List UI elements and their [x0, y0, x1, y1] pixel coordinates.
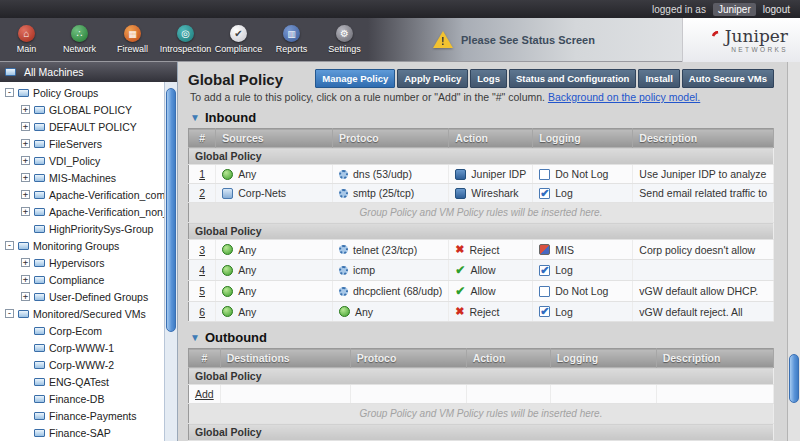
- protocol-label: dns (53/udp): [353, 168, 412, 180]
- col-logging: Logging: [533, 129, 633, 148]
- expander-icon[interactable]: +: [21, 105, 30, 114]
- tree-item[interactable]: Corp-Ecom: [0, 322, 163, 339]
- rule-number-link[interactable]: 6: [199, 306, 205, 318]
- tree-item[interactable]: -Monitoring Groups: [0, 237, 163, 254]
- nav-network[interactable]: Network: [53, 25, 106, 54]
- logging-label: Do Not Log: [555, 285, 608, 297]
- rule-number-link[interactable]: 2: [199, 187, 205, 199]
- logo-text: Juniper: [725, 28, 788, 45]
- tree-item[interactable]: +Compliance: [0, 271, 163, 288]
- expander-icon[interactable]: +: [21, 139, 30, 148]
- expander-icon[interactable]: +: [21, 275, 30, 284]
- tree-item[interactable]: HighPrioritySys-Group: [0, 220, 163, 237]
- policy-group-row: Global Policy: [189, 368, 774, 385]
- protocol-label: telnet (23/tcp): [353, 244, 417, 256]
- tree-item[interactable]: Finance-DB: [0, 390, 163, 407]
- nav-reports[interactable]: Reports: [265, 25, 318, 54]
- rule-number-link[interactable]: 3: [199, 244, 205, 256]
- tree-item[interactable]: Corp-WWW-2: [0, 356, 163, 373]
- tree-item[interactable]: +Apache-Verification_compliant: [0, 186, 163, 203]
- col-logging: Logging: [550, 349, 656, 368]
- expander-icon[interactable]: -: [5, 309, 14, 318]
- rule-number-link[interactable]: 5: [199, 285, 205, 297]
- rule-row: 5 Any dhcpclient (68/udp) Allow Do Not L…: [189, 281, 774, 302]
- tree-item[interactable]: Corp-WWW-1: [0, 339, 163, 356]
- nav-settings[interactable]: Settings: [318, 25, 371, 54]
- introspection-icon: [177, 25, 194, 42]
- nav-label: Firewall: [117, 44, 148, 54]
- logged-in-text: logged in as: [652, 4, 706, 15]
- add-rule-link[interactable]: Add: [195, 388, 214, 400]
- tree-item[interactable]: +User-Defined Groups: [0, 288, 163, 305]
- log-checkbox[interactable]: [539, 286, 550, 297]
- log-checkbox[interactable]: [539, 169, 550, 180]
- tree-item[interactable]: +DEFAULT POLICY: [0, 118, 163, 135]
- tree-item[interactable]: +MIS-Machines: [0, 169, 163, 186]
- tab-manage-policy[interactable]: Manage Policy: [315, 69, 395, 88]
- expander-icon[interactable]: +: [21, 122, 30, 131]
- group-icon: [18, 242, 29, 250]
- expander-icon[interactable]: +: [21, 156, 30, 165]
- tree-item[interactable]: +GLOBAL POLICY: [0, 101, 163, 118]
- insert-note-row: Group Policy and VM Policy rules will be…: [189, 404, 774, 424]
- tree-item[interactable]: Finance-SAP: [0, 424, 163, 441]
- policy-group-row: Global Policy: [189, 424, 774, 441]
- nav-compliance[interactable]: Compliance: [212, 25, 265, 54]
- main-nav: Main Network Firewall Introspection Comp…: [0, 18, 800, 62]
- tree-root-header[interactable]: All Machines: [0, 62, 177, 82]
- nav-introspection[interactable]: Introspection: [159, 25, 212, 54]
- tree-item[interactable]: ENG-QATest: [0, 373, 163, 390]
- log-checkbox[interactable]: [539, 265, 550, 276]
- expander-icon[interactable]: -: [5, 88, 14, 97]
- source-label: Any: [238, 168, 256, 180]
- nav-firewall[interactable]: Firewall: [106, 25, 159, 54]
- rule-number-link[interactable]: 1: [199, 168, 205, 180]
- tree-item[interactable]: +Apache-Verification_non_compliant: [0, 203, 163, 220]
- outbound-section-header[interactable]: Outbound: [190, 330, 774, 345]
- inbound-section-header[interactable]: Inbound: [190, 110, 774, 125]
- tree-root-label: All Machines: [24, 66, 84, 78]
- policy-model-link[interactable]: Background on the policy model.: [548, 91, 700, 103]
- expander-icon[interactable]: -: [5, 241, 14, 250]
- tree-item[interactable]: +VDI_Policy: [0, 152, 163, 169]
- sidebar-scrollbar-thumb[interactable]: [166, 88, 176, 332]
- rule-description: vGW default allow DHCP.: [633, 281, 774, 302]
- log-checkbox[interactable]: [539, 306, 550, 317]
- tab-install[interactable]: Install: [638, 69, 679, 88]
- tree-item[interactable]: +FileServers: [0, 135, 163, 152]
- expander-icon[interactable]: +: [21, 292, 30, 301]
- expander-icon[interactable]: +: [21, 207, 30, 216]
- logout-link[interactable]: logout: [763, 4, 790, 15]
- main-scrollbar[interactable]: [787, 62, 800, 441]
- log-checkbox[interactable]: [539, 188, 550, 199]
- tree-item[interactable]: -Policy Groups: [0, 84, 163, 101]
- main-scrollbar-thumb[interactable]: [789, 354, 799, 403]
- logging-label: Log: [555, 264, 573, 276]
- main-panel: Global Policy Manage Policy Apply Policy…: [178, 62, 800, 441]
- tree-item[interactable]: -Monitored/Secured VMs: [0, 305, 163, 322]
- tab-logs[interactable]: Logs: [470, 69, 507, 88]
- tab-auto-secure-vms[interactable]: Auto Secure VMs: [682, 69, 774, 88]
- tab-status-configuration[interactable]: Status and Configuration: [509, 69, 636, 88]
- tree-item[interactable]: +Hypervisors: [0, 254, 163, 271]
- tab-apply-policy[interactable]: Apply Policy: [397, 69, 468, 88]
- tree-item[interactable]: Finance-Payments: [0, 407, 163, 424]
- logo-subtext: NETWORKS: [731, 46, 788, 53]
- vm-icon: [34, 327, 45, 335]
- inbound-header-row: # Sources Protoco Action Logging Descrip…: [189, 129, 774, 148]
- expander-icon[interactable]: +: [21, 190, 30, 199]
- col-action: Action: [449, 129, 533, 148]
- outbound-table: # Destinations Protoco Action Logging De…: [188, 348, 774, 441]
- settings-icon: [336, 25, 353, 42]
- expander-icon[interactable]: +: [21, 258, 30, 267]
- expander-icon[interactable]: +: [21, 173, 30, 182]
- sidebar-scrollbar[interactable]: [164, 82, 177, 441]
- allow-icon: [455, 284, 465, 298]
- protocol-icon: [339, 189, 348, 198]
- nav-main[interactable]: Main: [0, 25, 53, 54]
- protocol-icon: [339, 170, 348, 179]
- rule-number-link[interactable]: 4: [199, 264, 205, 276]
- source-label: Any: [238, 306, 256, 318]
- group-icon: [34, 276, 45, 284]
- username-badge: Juniper: [713, 3, 756, 16]
